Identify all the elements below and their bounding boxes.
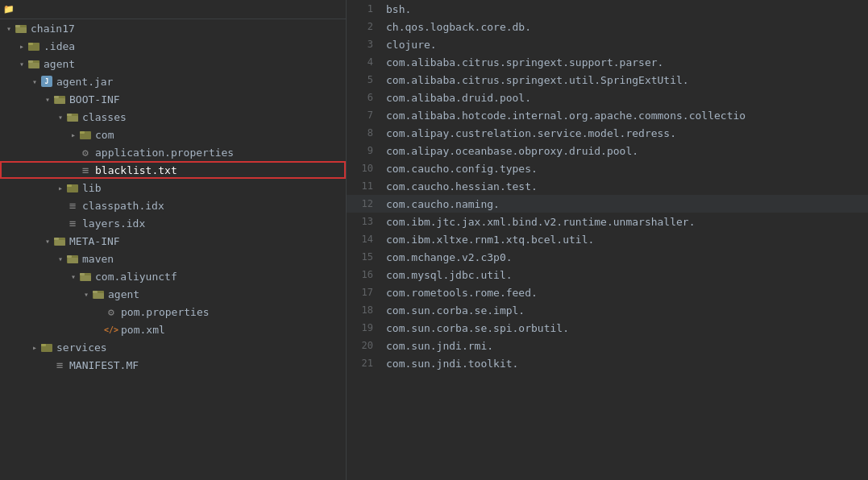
line-content-15: com.mchange.v2.c3p0. [383, 248, 868, 266]
code-line-13: 13com.ibm.jtc.jax.xml.bind.v2.runtime.un… [347, 213, 868, 230]
tree-item-com[interactable]: com [0, 126, 346, 143]
file-tree-sidebar[interactable]: 📁 chain17.ideaagentJagent.jarBOOT-INFcla… [0, 0, 347, 480]
tree-item-boot-inf[interactable]: BOOT-INF [0, 90, 346, 108]
properties-icon [105, 305, 118, 318]
tree-label-blacklist-txt: blacklist.txt [95, 164, 343, 176]
xml-icon [105, 323, 118, 336]
code-line-15: 15com.mchange.v2.c3p0. [347, 248, 868, 266]
line-content-1: bsh. [383, 0, 868, 18]
line-content-6: com.alibaba.druid.pool. [383, 89, 868, 106]
code-line-6: 6com.alibaba.druid.pool. [347, 89, 868, 106]
folder-icon [79, 128, 92, 141]
folder-open-icon [66, 110, 79, 123]
line-number-20: 20 [347, 337, 383, 354]
line-number-19: 19 [347, 319, 383, 337]
folder-icon [66, 181, 79, 194]
tree-arrow-com [68, 129, 79, 140]
tree-item-chain17[interactable]: chain17 [0, 19, 346, 37]
line-number-9: 9 [347, 142, 383, 159]
tree-item-agent-folder[interactable]: agent [0, 285, 346, 303]
tree-item-layers-idx[interactable]: layers.idx [0, 214, 346, 232]
code-line-19: 19com.sun.corba.se.spi.orbutil. [347, 319, 868, 337]
code-line-18: 18com.sun.corba.se.impl. [347, 301, 868, 319]
line-content-10: com.caucho.config.types. [383, 159, 868, 177]
tree-arrow-classes [55, 111, 66, 122]
line-number-4: 4 [347, 53, 383, 71]
tree-item-services[interactable]: services [0, 338, 346, 356]
line-number-14: 14 [347, 230, 383, 248]
line-content-11: com.caucho.hessian.test. [383, 177, 868, 195]
code-line-14: 14com.ibm.xltxe.rnm1.xtq.bcel.util. [347, 230, 868, 248]
text-icon [79, 163, 92, 176]
line-number-13: 13 [347, 213, 383, 230]
folder-icon [27, 39, 40, 52]
tree-arrow-agent [16, 58, 27, 69]
code-line-17: 17com.rometools.rome.feed. [347, 283, 868, 301]
code-line-1: 1bsh. [347, 0, 868, 18]
text-icon [66, 217, 79, 230]
line-content-5: com.alibaba.citrus.springext.util.Spring… [383, 71, 868, 89]
tree-item-pom-xml[interactable]: pom.xml [0, 321, 346, 338]
text-icon [53, 358, 66, 371]
line-number-12: 12 [347, 195, 383, 213]
line-content-13: com.ibm.jtc.jax.xml.bind.v2.runtime.unma… [383, 213, 868, 230]
line-content-3: clojure. [383, 35, 868, 53]
line-number-16: 16 [347, 266, 383, 283]
folder-open-icon [53, 234, 66, 247]
svg-rect-17 [67, 184, 72, 187]
code-line-8: 8com.alipay.custrelation.service.model.r… [347, 124, 868, 142]
line-number-21: 21 [347, 354, 383, 372]
tree-arrow-maven [55, 253, 66, 264]
tree-item-pom-properties[interactable]: pom.properties [0, 303, 346, 321]
code-line-5: 5com.alibaba.citrus.springext.util.Sprin… [347, 71, 868, 89]
line-number-2: 2 [347, 18, 383, 35]
tree-item-manifest[interactable]: MANIFEST.MF [0, 356, 346, 374]
tree-label-com-aliyunctf: com.aliyunctf [95, 271, 343, 283]
tree-arrow-services [29, 341, 40, 353]
tree-label-lib: lib [82, 182, 343, 194]
line-number-8: 8 [347, 124, 383, 142]
line-number-15: 15 [347, 248, 383, 266]
tree-arrow-lib [55, 182, 66, 193]
tree-label-manifest: MANIFEST.MF [69, 359, 343, 371]
tree-label-services: services [56, 341, 343, 354]
svg-rect-6 [28, 60, 33, 63]
svg-rect-2 [16, 27, 27, 33]
tree-item-classes[interactable]: classes [0, 108, 346, 126]
line-number-11: 11 [347, 177, 383, 195]
code-editor: 1bsh.2ch.qos.logback.core.db.3clojure.4c… [347, 0, 868, 480]
tree-item-application-props[interactable]: application.properties [0, 143, 346, 161]
tree-item-blacklist-txt[interactable]: blacklist.txt [0, 161, 346, 179]
tree-item-agent[interactable]: agent [0, 55, 346, 72]
tree-label-agent-jar: agent.jar [56, 76, 343, 88]
svg-rect-20 [55, 240, 65, 246]
line-content-4: com.alibaba.citrus.springext.support.par… [383, 53, 868, 71]
folder-open-icon [15, 22, 27, 35]
line-content-18: com.sun.corba.se.impl. [383, 301, 868, 319]
code-line-20: 20com.sun.jndi.rmi. [347, 337, 868, 354]
svg-rect-12 [67, 114, 72, 116]
tree-item-meta-inf[interactable]: META-INF [0, 232, 346, 250]
tree-item-maven[interactable]: maven [0, 250, 346, 267]
svg-rect-7 [29, 63, 39, 68]
line-number-3: 3 [347, 35, 383, 53]
folder-icon [40, 341, 53, 354]
svg-rect-31 [41, 344, 46, 346]
code-line-21: 21com.sun.jndi.toolkit. [347, 354, 868, 372]
folder-open-icon [27, 57, 40, 70]
tree-item-com-aliyunctf[interactable]: com.aliyunctf [0, 267, 346, 285]
folder-open-icon [53, 93, 66, 106]
svg-rect-13 [68, 116, 78, 122]
tree-item-lib[interactable]: lib [0, 179, 346, 197]
code-line-16: 16com.mysql.jdbc.util. [347, 266, 868, 283]
file-tree[interactable]: chain17.ideaagentJagent.jarBOOT-INFclass… [0, 19, 346, 374]
properties-icon [79, 146, 92, 159]
svg-rect-25 [80, 273, 85, 275]
tree-arrow-meta-inf [42, 235, 53, 246]
svg-rect-19 [54, 238, 59, 240]
tree-item-classpath-idx[interactable]: classpath.idx [0, 197, 346, 214]
tree-item-idea[interactable]: .idea [0, 37, 346, 55]
line-content-20: com.sun.jndi.rmi. [383, 337, 868, 354]
tree-arrow-agent-jar [29, 76, 40, 87]
tree-item-agent-jar[interactable]: Jagent.jar [0, 72, 346, 90]
